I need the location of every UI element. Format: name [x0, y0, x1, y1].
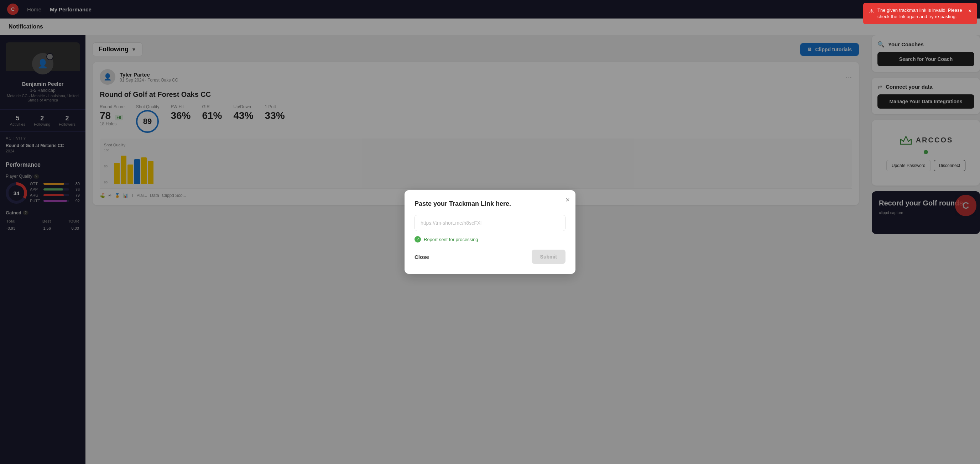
modal-overlay[interactable]: Paste your Trackman Link here. × ✓ Repor… — [0, 0, 980, 464]
modal-footer: Close Submit — [415, 249, 565, 264]
toast-close-button[interactable]: × — [968, 7, 972, 15]
modal-close-button[interactable]: Close — [415, 254, 429, 260]
modal-success-message: ✓ Report sent for processing — [415, 236, 565, 243]
toast-message: The given trackman link is invalid. Plea… — [877, 7, 965, 20]
modal-title: Paste your Trackman Link here. — [415, 200, 565, 208]
modal-submit-button[interactable]: Submit — [532, 249, 565, 264]
modal-close-icon-button[interactable]: × — [565, 196, 570, 204]
success-check-icon: ✓ — [415, 236, 421, 243]
trackman-modal: Paste your Trackman Link here. × ✓ Repor… — [404, 190, 576, 274]
error-toast: ⚠ The given trackman link is invalid. Pl… — [863, 3, 977, 24]
warning-icon: ⚠ — [869, 8, 874, 15]
success-text: Report sent for processing — [424, 237, 478, 242]
trackman-link-input[interactable] — [415, 215, 565, 231]
